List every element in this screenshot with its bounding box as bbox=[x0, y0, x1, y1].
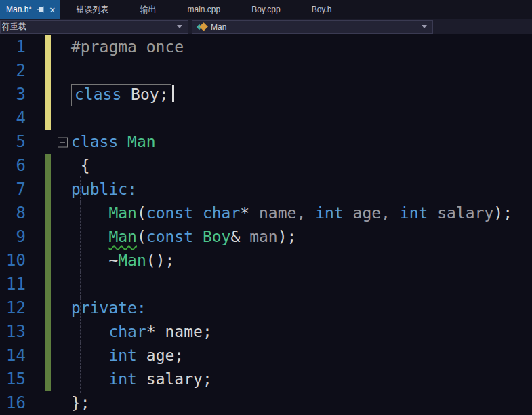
change-indicator-green bbox=[45, 154, 51, 178]
breakpoint-margin[interactable] bbox=[26, 225, 45, 249]
code-text[interactable] bbox=[71, 59, 532, 83]
code-token: #pragma once bbox=[71, 38, 184, 56]
code-token: ( bbox=[137, 228, 146, 245]
line-number: 2 bbox=[0, 59, 26, 83]
code-token: char bbox=[203, 204, 240, 222]
breakpoint-margin[interactable] bbox=[26, 35, 45, 59]
change-indicator-yellow bbox=[45, 106, 51, 130]
fold-gutter bbox=[51, 178, 71, 201]
breakpoint-margin[interactable] bbox=[26, 320, 45, 344]
breakpoint-margin[interactable] bbox=[26, 368, 45, 391]
code-token: man bbox=[249, 228, 278, 245]
change-indicator-green bbox=[45, 201, 51, 225]
code-token bbox=[71, 252, 108, 269]
tab-main.cpp[interactable]: main.cpp bbox=[171, 0, 236, 19]
code-text[interactable]: }; bbox=[71, 391, 532, 415]
code-token: int bbox=[400, 204, 428, 222]
code-token: class bbox=[75, 85, 121, 103]
code-token: { bbox=[71, 157, 90, 174]
breakpoint-margin[interactable] bbox=[26, 106, 45, 130]
code-text[interactable]: Man(const Boy& man); bbox=[71, 225, 532, 249]
breakpoint-margin[interactable] bbox=[26, 178, 45, 201]
code-token: age; bbox=[146, 347, 184, 364]
breakpoint-margin[interactable] bbox=[26, 59, 45, 83]
code-token bbox=[193, 228, 203, 245]
fold-gutter bbox=[51, 59, 71, 83]
code-text[interactable]: class Boy; bbox=[71, 83, 532, 106]
fold-collapse-toggle[interactable] bbox=[58, 137, 68, 147]
fold-gutter bbox=[51, 154, 71, 178]
indent-guide bbox=[80, 271, 81, 298]
code-token bbox=[71, 347, 108, 364]
code-line: 16}; bbox=[0, 391, 532, 415]
breakpoint-margin[interactable] bbox=[26, 344, 45, 368]
code-token bbox=[71, 370, 108, 388]
document-tab-bar: Man.h* ✕ 错误列表输出main.cppBoy.cppBoy.h bbox=[0, 0, 532, 19]
line-number: 5 bbox=[0, 130, 26, 154]
selection-box: class Boy; bbox=[71, 84, 171, 106]
code-token bbox=[71, 228, 108, 245]
code-token: ( bbox=[137, 204, 146, 222]
code-line: 3class Boy; bbox=[0, 83, 532, 106]
code-token: ~ bbox=[108, 252, 118, 269]
code-token bbox=[240, 228, 249, 245]
code-token: Man bbox=[108, 204, 137, 222]
close-icon[interactable]: ✕ bbox=[49, 5, 55, 14]
fold-gutter bbox=[51, 320, 71, 344]
code-line: 2 bbox=[0, 59, 532, 83]
code-token bbox=[71, 204, 108, 222]
code-text[interactable] bbox=[71, 106, 532, 130]
code-token bbox=[156, 323, 165, 340]
chevron-down-icon bbox=[422, 25, 427, 28]
fold-gutter bbox=[51, 201, 71, 225]
change-indicator-yellow bbox=[45, 59, 51, 83]
tab-输出[interactable]: 输出 bbox=[124, 0, 171, 19]
code-token: * bbox=[146, 323, 156, 340]
code-text[interactable]: #pragma once bbox=[71, 35, 532, 59]
breakpoint-margin[interactable] bbox=[26, 201, 45, 225]
change-indicator-yellow bbox=[45, 35, 51, 59]
code-token: & bbox=[230, 228, 240, 245]
code-token: Boy; bbox=[131, 85, 168, 103]
code-text[interactable]: char* name; bbox=[71, 320, 532, 344]
line-number: 7 bbox=[0, 178, 26, 201]
code-text[interactable]: { bbox=[71, 154, 532, 178]
code-text[interactable]: class Man bbox=[71, 130, 532, 154]
line-number: 8 bbox=[0, 201, 26, 225]
code-area: 1#pragma once23class Boy;45class Man6 {7… bbox=[0, 35, 532, 415]
code-text[interactable]: Man(const char* name, int age, int salar… bbox=[71, 201, 532, 225]
code-text[interactable]: int salary; bbox=[71, 368, 532, 391]
breakpoint-margin[interactable] bbox=[26, 83, 45, 106]
tab-Boy.cpp[interactable]: Boy.cpp bbox=[236, 0, 295, 19]
breakpoint-margin[interactable] bbox=[26, 273, 45, 296]
breakpoint-margin[interactable] bbox=[26, 130, 45, 154]
change-indicator-green bbox=[45, 320, 51, 344]
breakpoint-margin[interactable] bbox=[26, 154, 45, 178]
code-text[interactable]: int age; bbox=[71, 344, 532, 368]
code-text[interactable] bbox=[71, 273, 532, 296]
change-indicator-green bbox=[45, 273, 51, 296]
code-line: 9 Man(const Boy& man); bbox=[0, 225, 532, 249]
breakpoint-margin[interactable] bbox=[26, 391, 45, 415]
code-line: 4 bbox=[0, 106, 532, 130]
scope-dropdown[interactable]: 符重载 bbox=[0, 20, 188, 34]
breakpoint-margin[interactable] bbox=[26, 249, 45, 273]
code-token: public: bbox=[71, 180, 137, 198]
code-text[interactable]: public: bbox=[71, 178, 532, 201]
code-token: }; bbox=[71, 394, 90, 412]
tab-man-h-active[interactable]: Man.h* ✕ bbox=[0, 0, 60, 19]
code-token: name; bbox=[165, 323, 212, 340]
member-dropdown[interactable]: Man bbox=[192, 20, 433, 34]
line-number: 14 bbox=[0, 344, 26, 368]
code-text[interactable]: private: bbox=[71, 296, 532, 320]
line-number: 13 bbox=[0, 320, 26, 344]
tab-错误列表[interactable]: 错误列表 bbox=[60, 0, 124, 19]
tab-Boy.h[interactable]: Boy.h bbox=[296, 0, 348, 19]
change-indicator-green bbox=[45, 249, 51, 273]
code-line: 8 Man(const char* name, int age, int sal… bbox=[0, 201, 532, 225]
pin-icon[interactable] bbox=[37, 5, 45, 14]
code-token bbox=[137, 347, 146, 364]
line-number: 16 bbox=[0, 391, 26, 415]
code-text[interactable]: ~Man(); bbox=[71, 249, 532, 273]
breakpoint-margin[interactable] bbox=[26, 296, 45, 320]
